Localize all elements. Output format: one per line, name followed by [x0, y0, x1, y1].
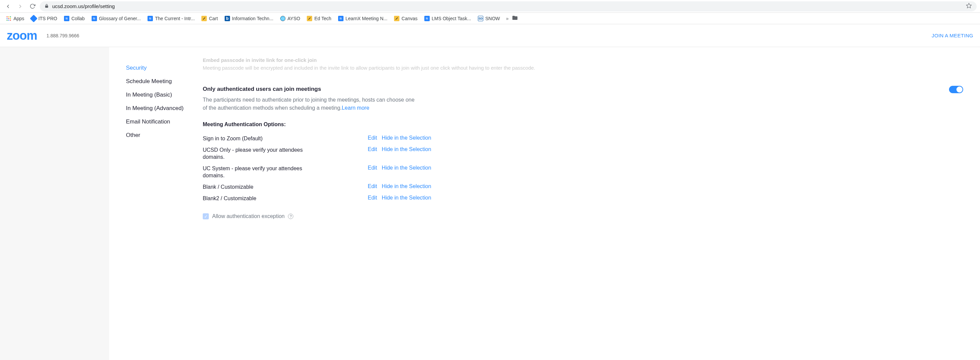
confluence-icon: ≈ — [64, 16, 69, 21]
svg-point-8 — [8, 19, 10, 21]
sidenav-in-meeting-basic[interactable]: In Meeting (Basic) — [126, 88, 203, 101]
setting-desc: The participants need to authenticate pr… — [203, 96, 418, 112]
auth-exception-row: ✓ Allow authentication exception ? — [203, 213, 963, 219]
bookmark-current[interactable]: ≈ The Current - Intr... — [145, 14, 197, 22]
faded-previous-setting: Embed passcode in invite link for one-cl… — [203, 57, 963, 80]
settings-main: Embed passcode in invite link for one-cl… — [203, 47, 980, 360]
auth-users-setting: Only authenticated users can join meetin… — [203, 86, 963, 219]
bookmark-label: LMS Object Task... — [432, 16, 471, 21]
reload-button[interactable] — [28, 2, 37, 11]
sidenav-other[interactable]: Other — [126, 128, 203, 142]
bookmark-snow[interactable]: SD SNOW — [475, 14, 503, 22]
bookmark-ayso[interactable]: 🌐 AYSO — [277, 14, 303, 22]
bookmarks-overflow[interactable]: » — [504, 16, 511, 21]
bookmark-collab[interactable]: ≈ Collab — [61, 14, 88, 22]
browser-navigation-bar: ucsd.zoom.us/profile/setting — [0, 0, 980, 13]
canvas-icon: ⟋ — [394, 16, 399, 21]
its-icon — [30, 14, 38, 22]
auth-option-row: UC System - please verify your attendees… — [203, 163, 963, 181]
auth-users-toggle[interactable] — [949, 86, 963, 93]
auth-edit-link[interactable]: Edit — [368, 165, 377, 171]
auth-option-label: UCSD Only - please verify your attendees… — [203, 146, 304, 161]
auth-option-row: Blank / Customizable Edit Hide in the Se… — [203, 181, 963, 193]
address-bar[interactable]: ucsd.zoom.us/profile/setting — [40, 2, 977, 11]
setting-title: Only authenticated users can join meetin… — [203, 86, 963, 92]
svg-marker-0 — [967, 3, 972, 8]
bookmark-its-pro[interactable]: ITS PRO — [28, 14, 60, 22]
confluence-icon: ≈ — [338, 16, 344, 21]
bookmark-apps[interactable]: Apps — [3, 14, 27, 22]
sidenav-email-notification[interactable]: Email Notification — [126, 115, 203, 128]
auth-edit-link[interactable]: Edit — [368, 183, 377, 189]
bookmark-info-tech[interactable]: b Information Techn... — [222, 14, 276, 22]
setting-desc-text: The participants need to authenticate pr… — [203, 97, 415, 111]
left-spacer — [0, 47, 109, 360]
confluence-icon: ≈ — [148, 16, 153, 21]
auth-option-label: UC System - please verify your attendees… — [203, 165, 304, 179]
auth-edit-link[interactable]: Edit — [368, 135, 377, 141]
bookmark-label: AYSO — [288, 16, 301, 21]
bookmark-star-icon[interactable] — [966, 3, 972, 10]
info-icon: b — [224, 16, 230, 21]
auth-option-label: Blank2 / Customizable — [203, 195, 304, 202]
bookmark-label: SNOW — [485, 16, 500, 21]
snow-icon: SD — [478, 16, 483, 21]
auth-options-heading: Meeting Authentication Options: — [203, 122, 963, 127]
auth-hide-link[interactable]: Hide in the Selection — [382, 135, 431, 141]
bookmark-glossary[interactable]: ≈ Glossary of Gener... — [89, 14, 144, 22]
bookmark-lms[interactable]: ≈ LMS Object Task... — [422, 14, 474, 22]
bookmark-label: Glossary of Gener... — [99, 16, 141, 21]
bookmark-learnx[interactable]: ≈ LearnX Meeting N... — [336, 14, 390, 22]
bookmark-cart[interactable]: ⟋ Cart — [199, 14, 220, 22]
auth-hide-link[interactable]: Hide in the Selection — [382, 183, 431, 189]
auth-hide-link[interactable]: Hide in the Selection — [382, 165, 431, 171]
sidenav-security[interactable]: Security — [126, 61, 203, 75]
faded-desc: Meeting passcode will be encrypted and i… — [203, 64, 963, 72]
svg-point-7 — [7, 19, 8, 21]
bookmark-label: Apps — [13, 16, 24, 21]
bookmark-label: The Current - Intr... — [155, 16, 195, 21]
cart-icon: ⟋ — [201, 16, 207, 21]
auth-hide-link[interactable]: Hide in the Selection — [382, 146, 431, 152]
svg-point-9 — [10, 19, 11, 21]
zoom-logo[interactable]: zoom — [7, 29, 37, 43]
bookmark-canvas[interactable]: ⟋ Canvas — [391, 14, 420, 22]
bookmarks-bar: Apps ITS PRO ≈ Collab ≈ Glossary of Gene… — [0, 13, 980, 24]
svg-point-4 — [7, 18, 8, 19]
edtech-icon: ⟋ — [307, 16, 312, 21]
lock-icon — [45, 3, 49, 9]
auth-edit-link[interactable]: Edit — [368, 146, 377, 152]
bookmark-label: Canvas — [401, 16, 417, 21]
zoom-phone: 1.888.799.9666 — [46, 33, 79, 38]
bookmark-label: LearnX Meeting N... — [345, 16, 388, 21]
auth-exception-checkbox[interactable]: ✓ — [203, 213, 209, 219]
bookmark-label: Collab — [72, 16, 85, 21]
bookmark-folder-icon[interactable] — [512, 15, 518, 22]
svg-point-3 — [10, 16, 11, 17]
url-text: ucsd.zoom.us/profile/setting — [52, 3, 963, 9]
auth-hide-link[interactable]: Hide in the Selection — [382, 195, 431, 201]
forward-button[interactable] — [16, 2, 25, 11]
bookmark-label: Ed Tech — [314, 16, 331, 21]
bookmark-label: Cart — [209, 16, 218, 21]
svg-point-1 — [7, 16, 8, 17]
auth-option-label: Sign in to Zoom (Default) — [203, 135, 304, 142]
globe-icon: 🌐 — [280, 16, 286, 21]
back-button[interactable] — [3, 2, 13, 11]
learn-more-link[interactable]: Learn more — [342, 105, 369, 111]
bookmark-label: ITS PRO — [38, 16, 57, 21]
settings-page: Security Schedule Meeting In Meeting (Ba… — [0, 47, 980, 360]
zoom-header: zoom 1.888.799.9666 JOIN A MEETING — [0, 24, 980, 47]
auth-exception-label: Allow authentication exception — [212, 213, 285, 219]
bookmark-edtech[interactable]: ⟋ Ed Tech — [304, 14, 334, 22]
sidenav-in-meeting-advanced[interactable]: In Meeting (Advanced) — [126, 101, 203, 115]
sidenav-schedule-meeting[interactable]: Schedule Meeting — [126, 75, 203, 88]
confluence-icon: ≈ — [92, 16, 97, 21]
join-meeting-link[interactable]: JOIN A MEETING — [932, 33, 973, 38]
auth-option-row: Sign in to Zoom (Default) Edit Hide in t… — [203, 133, 963, 144]
auth-option-label: Blank / Customizable — [203, 183, 304, 191]
confluence-icon: ≈ — [424, 16, 430, 21]
faded-title: Embed passcode in invite link for one-cl… — [203, 57, 963, 64]
auth-edit-link[interactable]: Edit — [368, 195, 377, 201]
help-icon[interactable]: ? — [288, 214, 293, 219]
